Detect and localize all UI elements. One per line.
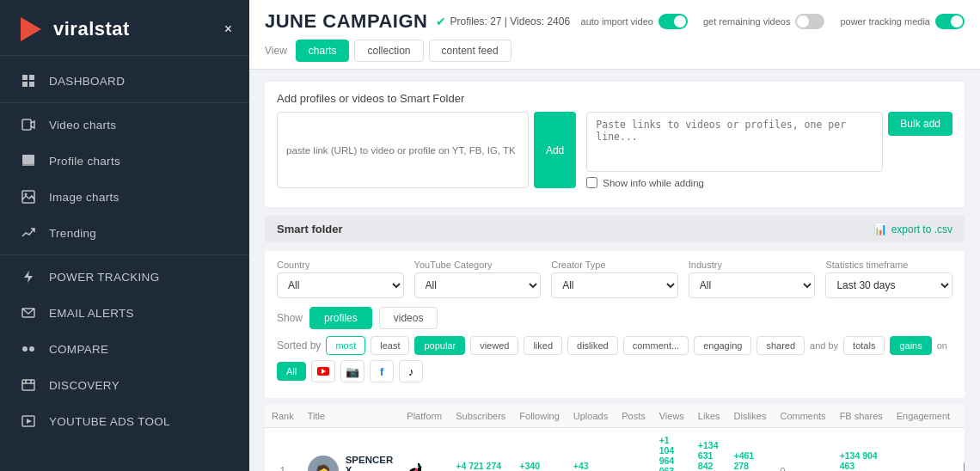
sort-shared[interactable]: shared [756,336,805,355]
platform-all[interactable]: All [277,362,306,381]
export-csv-button[interactable]: 📊 export to .csv [873,223,952,236]
filters-row: Country All YouTube Category All Creator… [277,260,952,298]
sidebar-item-image-charts[interactable]: Image charts [0,179,249,215]
smart-folder-label: Smart folder [277,223,343,236]
show-info-checkbox[interactable] [586,177,597,188]
sidebar-item-label-compare: COMPARE [49,343,108,356]
tab-collection[interactable]: collection [354,40,423,62]
single-url-input[interactable] [277,112,529,188]
col-comments: Comments [773,405,832,428]
following-gain: +340 [519,461,559,471]
tab-charts[interactable]: charts [296,40,350,62]
sort-liked[interactable]: liked [524,336,562,355]
sidebar-item-email-alerts[interactable]: EMAIL ALERTS [0,295,249,331]
add-profiles-row: Add Bulk add Show info while adding [277,112,952,188]
likes-gain: +134 631 842 [698,440,720,471]
cell-likes: +134 631 842 823 300 000 [691,428,727,472]
filter-creator-type-select[interactable]: All [551,272,678,298]
sidebar-item-label-power-tracking: POWER TRACKING [49,271,159,284]
sort-least[interactable]: least [371,336,409,355]
col-fb-shares: FB shares [833,405,890,428]
show-tab-profiles[interactable]: profiles [309,307,372,329]
sidebar-item-label-dashboard: DASHBOARD [49,75,125,88]
filter-timeframe-label: Statistics timeframe [825,260,952,270]
sidebar-item-trending[interactable]: Trending [0,215,249,251]
cell-views: +1 104 964 063 2 206 600 000 [652,428,691,472]
subscribers-gain: +4 721 274 [456,461,505,471]
toggle-auto-import-label: auto import video [581,16,653,27]
dislikes-gain: +461 278 [734,450,767,471]
discovery-icon [20,376,37,394]
filter-youtube-category: YouTube Category All [414,260,542,298]
filter-country-label: Country [277,260,404,270]
title-area: JUNE CAMPAIGN ✔ Profiles: 27 | Videos: 2… [265,10,570,33]
tab-content-feed[interactable]: content feed [429,40,511,62]
sidebar-item-dashboard[interactable]: DASHBOARD [0,63,249,99]
avatar: 🧑 [308,456,339,471]
svg-marker-0 [21,17,41,41]
add-button[interactable]: Add [534,112,576,188]
platform-youtube[interactable] [311,360,335,382]
bulk-add-button[interactable]: Bulk add [888,112,952,136]
filter-industry: Industry All [689,260,816,298]
filter-timeframe: Statistics timeframe Last 30 days [825,260,952,298]
svg-point-12 [22,346,28,352]
bulk-textarea[interactable] [586,112,883,172]
filter-country-select[interactable]: All [277,272,404,298]
col-likes: Likes [691,405,727,428]
col-views: Views [652,405,691,428]
toggle-power-tracking-media-switch[interactable] [935,14,965,29]
add-profiles-section: Add profiles or videos to Smart Folder A… [265,82,965,207]
col-uploads: Uploads [567,405,615,428]
platform-tiktok[interactable]: ♪ [399,360,423,382]
svg-rect-3 [22,82,28,87]
filter-industry-select[interactable]: All [689,272,816,298]
platform-instagram[interactable]: 📷 [340,360,364,382]
sort-disliked[interactable]: disliked [567,336,618,355]
sidebar-header: viralstat × [0,0,249,56]
logo-area: viralstat [17,15,130,43]
metric-totals[interactable]: totals [843,336,885,355]
filter-industry-label: Industry [689,260,816,270]
show-tab-videos[interactable]: videos [379,307,438,329]
nav-divider-1 [0,102,249,103]
filter-youtube-category-select[interactable]: All [414,272,542,298]
sort-engaging[interactable]: engaging [694,336,751,355]
platform-facebook[interactable]: f [370,360,394,382]
remove-button[interactable]: remove [964,462,965,471]
sidebar-item-discovery[interactable]: DISCOVERY [0,367,249,403]
sidebar-item-profile-charts[interactable]: Profile charts [0,143,249,179]
sort-popular[interactable]: popular [414,336,465,355]
yt-ads-icon [20,413,37,430]
cell-comments: 0 [773,428,832,472]
single-add-group: Add [277,112,576,188]
col-remove: Remove [957,405,965,428]
metric-gains[interactable]: gains [890,336,931,355]
view-tabs: View charts collection content feed [265,40,965,69]
bulk-add-group: Bulk add Show info while adding [586,112,952,188]
sidebar-item-youtube-ads[interactable]: YOUTUBE ADS TOOL [0,403,249,439]
sort-commented[interactable]: comment... [623,336,689,355]
filter-creator-type: Creator Type All [551,260,678,298]
sidebar-item-video-charts[interactable]: Video charts [0,107,249,143]
close-button[interactable]: × [224,21,232,37]
sort-viewed[interactable]: viewed [470,336,518,355]
profile-icon [20,152,37,169]
svg-rect-1 [22,75,28,80]
svg-marker-19 [27,419,32,424]
filter-timeframe-select[interactable]: Last 30 days [825,272,952,298]
sidebar-item-power-tracking[interactable]: POWER TRACKING [0,259,249,295]
sorted-label: Sorted by [277,339,321,352]
content-body: Add profiles or videos to Smart Folder A… [249,70,980,471]
svg-rect-2 [29,75,34,80]
sidebar-item-compare[interactable]: COMPARE [0,331,249,367]
creator-info: SPENCER X 🇺🇸 [346,455,394,472]
toggle-get-remaining-switch[interactable] [795,14,824,29]
creator-name: SPENCER X [346,455,394,472]
toggle-auto-import-switch[interactable] [658,14,688,29]
col-subscribers: Subscribers [449,405,512,428]
sort-most[interactable]: most [326,336,365,355]
sidebar-item-label-email-alerts: EMAIL ALERTS [49,307,134,320]
excel-icon: 📊 [873,223,887,236]
sidebar-item-label-trending: Trending [49,227,96,240]
